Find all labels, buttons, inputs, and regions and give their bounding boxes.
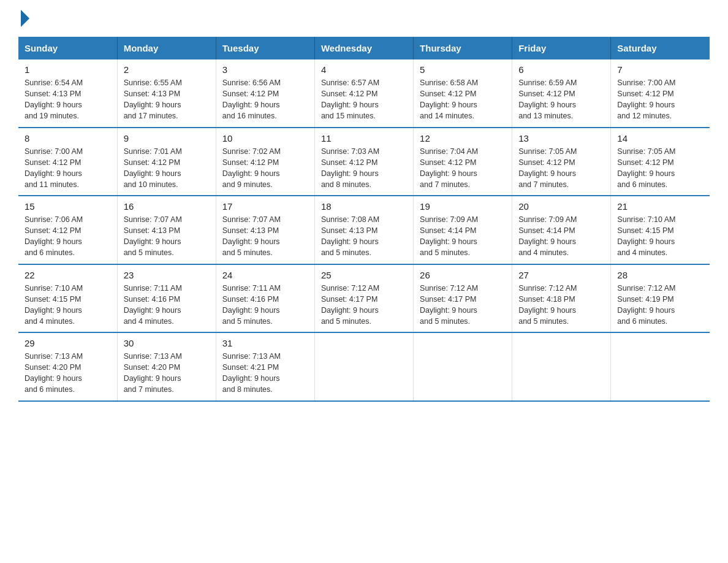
- calendar-cell: 26 Sunrise: 7:12 AMSunset: 4:17 PMDaylig…: [414, 264, 512, 333]
- calendar-cell: 13 Sunrise: 7:05 AMSunset: 4:12 PMDaylig…: [512, 128, 611, 196]
- day-info: Sunrise: 7:12 AMSunset: 4:18 PMDaylight:…: [518, 283, 604, 327]
- calendar-cell: 12 Sunrise: 7:04 AMSunset: 4:12 PMDaylig…: [414, 128, 512, 196]
- day-number: 29: [25, 338, 111, 348]
- day-info: Sunrise: 7:12 AMSunset: 4:19 PMDaylight:…: [617, 283, 703, 327]
- calendar-cell: 21 Sunrise: 7:10 AMSunset: 4:15 PMDaylig…: [611, 196, 710, 264]
- day-info: Sunrise: 7:08 AMSunset: 4:13 PMDaylight:…: [321, 214, 407, 259]
- day-info: Sunrise: 7:11 AMSunset: 4:16 PMDaylight:…: [124, 283, 210, 327]
- day-number: 13: [518, 133, 604, 144]
- day-info: Sunrise: 7:10 AMSunset: 4:15 PMDaylight:…: [617, 214, 703, 259]
- calendar-cell: 7 Sunrise: 7:00 AMSunset: 4:12 PMDayligh…: [611, 59, 710, 128]
- day-info: Sunrise: 7:05 AMSunset: 4:12 PMDaylight:…: [518, 146, 604, 191]
- day-number: 10: [222, 133, 308, 144]
- calendar-cell: 24 Sunrise: 7:11 AMSunset: 4:16 PMDaylig…: [216, 264, 314, 333]
- calendar-cell: 18 Sunrise: 7:08 AMSunset: 4:13 PMDaylig…: [314, 196, 413, 264]
- calendar-cell: 27 Sunrise: 7:12 AMSunset: 4:18 PMDaylig…: [512, 264, 611, 333]
- day-number: 8: [25, 133, 111, 144]
- calendar-cell: 25 Sunrise: 7:12 AMSunset: 4:17 PMDaylig…: [314, 264, 413, 333]
- calendar-cell: 23 Sunrise: 7:11 AMSunset: 4:16 PMDaylig…: [117, 264, 216, 333]
- day-info: Sunrise: 6:59 AMSunset: 4:12 PMDaylight:…: [518, 77, 604, 122]
- day-number: 11: [321, 133, 407, 144]
- calendar-cell: 6 Sunrise: 6:59 AMSunset: 4:12 PMDayligh…: [512, 59, 611, 128]
- day-number: 14: [617, 133, 703, 144]
- calendar-cell: [314, 332, 413, 401]
- calendar-cell: 11 Sunrise: 7:03 AMSunset: 4:12 PMDaylig…: [314, 128, 413, 196]
- day-info: Sunrise: 6:58 AMSunset: 4:12 PMDaylight:…: [420, 77, 506, 122]
- day-number: 6: [518, 64, 604, 75]
- day-info: Sunrise: 7:13 AMSunset: 4:21 PMDaylight:…: [222, 351, 308, 396]
- calendar-cell: 1 Sunrise: 6:54 AMSunset: 4:13 PMDayligh…: [18, 59, 117, 128]
- calendar-cell: 28 Sunrise: 7:12 AMSunset: 4:19 PMDaylig…: [611, 264, 710, 333]
- day-number: 27: [518, 270, 604, 280]
- calendar-header-saturday: Saturday: [611, 37, 710, 59]
- calendar-cell: 31 Sunrise: 7:13 AMSunset: 4:21 PMDaylig…: [216, 332, 314, 401]
- day-info: Sunrise: 7:09 AMSunset: 4:14 PMDaylight:…: [518, 214, 604, 259]
- calendar-cell: 14 Sunrise: 7:05 AMSunset: 4:12 PMDaylig…: [611, 128, 710, 196]
- calendar-cell: 3 Sunrise: 6:56 AMSunset: 4:12 PMDayligh…: [216, 59, 314, 128]
- day-number: 18: [321, 201, 407, 212]
- day-number: 9: [124, 133, 210, 144]
- day-info: Sunrise: 7:00 AMSunset: 4:12 PMDaylight:…: [617, 77, 703, 122]
- page-header: [18, 12, 710, 26]
- day-info: Sunrise: 7:07 AMSunset: 4:13 PMDaylight:…: [124, 214, 210, 259]
- day-number: 2: [124, 64, 210, 75]
- day-info: Sunrise: 6:56 AMSunset: 4:12 PMDaylight:…: [222, 77, 308, 122]
- day-info: Sunrise: 7:09 AMSunset: 4:14 PMDaylight:…: [420, 214, 506, 259]
- calendar-header-sunday: Sunday: [18, 37, 117, 59]
- week-row-1: 1 Sunrise: 6:54 AMSunset: 4:13 PMDayligh…: [18, 59, 710, 128]
- logo: [18, 12, 29, 26]
- calendar-cell: 2 Sunrise: 6:55 AMSunset: 4:13 PMDayligh…: [117, 59, 216, 128]
- calendar-cell: [512, 332, 611, 401]
- calendar-cell: 30 Sunrise: 7:13 AMSunset: 4:20 PMDaylig…: [117, 332, 216, 401]
- calendar-header-friday: Friday: [512, 37, 611, 59]
- day-info: Sunrise: 7:13 AMSunset: 4:20 PMDaylight:…: [25, 351, 111, 396]
- day-number: 30: [124, 338, 210, 348]
- day-info: Sunrise: 7:04 AMSunset: 4:12 PMDaylight:…: [420, 146, 506, 191]
- day-number: 21: [617, 201, 703, 212]
- day-number: 7: [617, 64, 703, 75]
- day-info: Sunrise: 7:00 AMSunset: 4:12 PMDaylight:…: [25, 146, 111, 191]
- calendar-cell: 20 Sunrise: 7:09 AMSunset: 4:14 PMDaylig…: [512, 196, 611, 264]
- day-info: Sunrise: 7:07 AMSunset: 4:13 PMDaylight:…: [222, 214, 308, 259]
- day-info: Sunrise: 6:57 AMSunset: 4:12 PMDaylight:…: [321, 77, 407, 122]
- day-number: 5: [420, 64, 506, 75]
- day-info: Sunrise: 7:06 AMSunset: 4:12 PMDaylight:…: [25, 214, 111, 259]
- week-row-5: 29 Sunrise: 7:13 AMSunset: 4:20 PMDaylig…: [18, 332, 710, 401]
- day-info: Sunrise: 7:01 AMSunset: 4:12 PMDaylight:…: [124, 146, 210, 191]
- day-info: Sunrise: 6:54 AMSunset: 4:13 PMDaylight:…: [25, 77, 111, 122]
- calendar-cell: 8 Sunrise: 7:00 AMSunset: 4:12 PMDayligh…: [18, 128, 117, 196]
- day-info: Sunrise: 7:05 AMSunset: 4:12 PMDaylight:…: [617, 146, 703, 191]
- day-number: 25: [321, 270, 407, 280]
- day-info: Sunrise: 6:55 AMSunset: 4:13 PMDaylight:…: [124, 77, 210, 122]
- calendar-cell: 10 Sunrise: 7:02 AMSunset: 4:12 PMDaylig…: [216, 128, 314, 196]
- calendar-cell: [414, 332, 512, 401]
- day-info: Sunrise: 7:12 AMSunset: 4:17 PMDaylight:…: [420, 283, 506, 327]
- day-number: 31: [222, 338, 308, 348]
- day-info: Sunrise: 7:11 AMSunset: 4:16 PMDaylight:…: [222, 283, 308, 327]
- day-number: 19: [420, 201, 506, 212]
- day-number: 1: [25, 64, 111, 75]
- calendar-cell: 15 Sunrise: 7:06 AMSunset: 4:12 PMDaylig…: [18, 196, 117, 264]
- day-number: 28: [617, 270, 703, 280]
- day-info: Sunrise: 7:10 AMSunset: 4:15 PMDaylight:…: [25, 283, 111, 327]
- calendar-cell: [611, 332, 710, 401]
- calendar-header-row: SundayMondayTuesdayWednesdayThursdayFrid…: [18, 37, 710, 59]
- day-info: Sunrise: 7:02 AMSunset: 4:12 PMDaylight:…: [222, 146, 308, 191]
- week-row-4: 22 Sunrise: 7:10 AMSunset: 4:15 PMDaylig…: [18, 264, 710, 333]
- calendar-cell: 4 Sunrise: 6:57 AMSunset: 4:12 PMDayligh…: [314, 59, 413, 128]
- week-row-2: 8 Sunrise: 7:00 AMSunset: 4:12 PMDayligh…: [18, 128, 710, 196]
- week-row-3: 15 Sunrise: 7:06 AMSunset: 4:12 PMDaylig…: [18, 196, 710, 264]
- logo-arrow-icon: [21, 10, 29, 27]
- calendar-cell: 5 Sunrise: 6:58 AMSunset: 4:12 PMDayligh…: [414, 59, 512, 128]
- day-info: Sunrise: 7:12 AMSunset: 4:17 PMDaylight:…: [321, 283, 407, 327]
- day-number: 26: [420, 270, 506, 280]
- calendar-cell: 29 Sunrise: 7:13 AMSunset: 4:20 PMDaylig…: [18, 332, 117, 401]
- day-number: 15: [25, 201, 111, 212]
- calendar-cell: 19 Sunrise: 7:09 AMSunset: 4:14 PMDaylig…: [414, 196, 512, 264]
- day-number: 3: [222, 64, 308, 75]
- day-info: Sunrise: 7:13 AMSunset: 4:20 PMDaylight:…: [124, 351, 210, 396]
- day-number: 24: [222, 270, 308, 280]
- day-number: 4: [321, 64, 407, 75]
- day-info: Sunrise: 7:03 AMSunset: 4:12 PMDaylight:…: [321, 146, 407, 191]
- calendar-header-thursday: Thursday: [414, 37, 512, 59]
